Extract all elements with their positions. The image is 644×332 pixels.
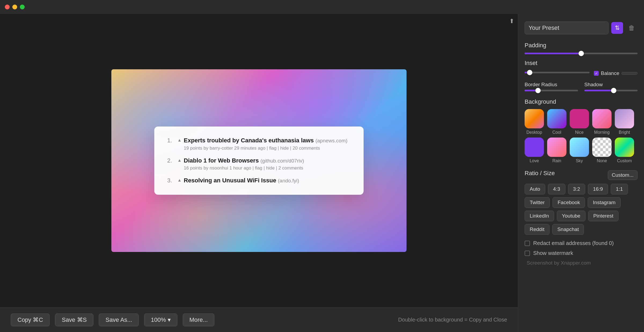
balance-checkbox[interactable]: ✓ [594, 71, 599, 76]
padding-label: Padding [525, 42, 638, 49]
swatch-sky[interactable]: Sky [570, 138, 589, 163]
swatch-love[interactable]: Love [525, 138, 544, 163]
hn-item-1: 1. ▲ Experts troubled by Canada's euthan… [167, 137, 351, 151]
ratio-pinterest[interactable]: Pinterest [588, 211, 619, 221]
zoom-button[interactable]: 100% ▾ [144, 313, 177, 326]
shadow-section: Shadow [584, 82, 638, 93]
preset-delete-button[interactable]: 🗑 [626, 22, 638, 34]
maximize-button[interactable] [20, 5, 25, 9]
ratio-reddit[interactable]: Reddit [525, 224, 550, 235]
swatch-desktop-label: Desktop [526, 130, 542, 135]
watermark-row: Show watermark [525, 250, 638, 256]
inset-slider-thumb[interactable] [527, 70, 532, 75]
save-as-button[interactable]: Save As... [99, 313, 139, 326]
border-radius-section: Border Radius [525, 82, 578, 93]
swatch-love-color [525, 138, 544, 157]
swatch-cool-color [547, 109, 566, 128]
swatches-row-2: Love Rain Sky None Custom [525, 138, 638, 163]
minimize-button[interactable] [12, 5, 17, 9]
inset-row: ✓ Balance [525, 70, 638, 76]
swatch-love-label: Love [530, 158, 539, 163]
ratio-facebook[interactable]: Facebook [552, 197, 585, 208]
ratio-instagram[interactable]: Instagram [588, 197, 620, 208]
shadow-slider[interactable] [584, 90, 638, 91]
padding-slider-thumb[interactable] [579, 51, 584, 56]
swatch-morning[interactable]: Morning [592, 109, 612, 135]
watermark-checkbox[interactable] [525, 251, 530, 256]
hn-item-number: 3. [167, 177, 175, 184]
border-radius-slider[interactable] [525, 90, 578, 91]
ratio-header: Ratio / Size Custom... [525, 170, 638, 181]
preview-container[interactable]: 1. ▲ Experts troubled by Canada's euthan… [111, 69, 407, 252]
swatch-rain-color [547, 138, 566, 157]
preset-cycle-button[interactable]: ⇅ [611, 22, 623, 34]
ratio-label: Ratio / Size [525, 170, 555, 177]
preset-row: ⇅ 🗑 [525, 21, 638, 34]
share-button[interactable]: ⬆ [509, 18, 514, 25]
swatch-desktop[interactable]: Desktop [525, 109, 544, 135]
swatch-none[interactable]: None [592, 138, 612, 163]
ratio-youtube[interactable]: Youtube [557, 211, 586, 221]
border-radius-label: Border Radius [525, 82, 578, 88]
hn-item-arrow: ▲ [177, 157, 182, 163]
chevron-down-icon: ▾ [168, 316, 171, 323]
hn-item-title: Diablo 1 for Web Browsers (github.com/d0… [184, 157, 304, 165]
cycle-icon: ⇅ [615, 24, 620, 31]
swatch-custom[interactable]: Custom [615, 138, 634, 163]
redact-checkbox[interactable] [525, 241, 530, 246]
swatch-nice-label: Nice [575, 130, 584, 135]
ratio-16-9[interactable]: 16:9 [588, 184, 608, 194]
ratio-snapchat[interactable]: Snapchat [552, 224, 584, 235]
hn-item-3: 3. ▲ Resolving an Unusual WiFi Issue (an… [167, 177, 351, 185]
ratio-custom-button[interactable]: Custom... [608, 170, 638, 180]
save-button[interactable]: Save ⌘S [55, 313, 93, 326]
hn-item-title: Resolving an Unusual WiFi Issue (ando.fy… [184, 177, 299, 185]
status-text: Double-click to background = Copy and Cl… [398, 317, 507, 323]
ratio-auto[interactable]: Auto [525, 184, 545, 194]
hn-item-title: Experts troubled by Canada's euthanasia … [184, 137, 347, 145]
hn-item-arrow: ▲ [177, 137, 182, 143]
padding-slider-track[interactable] [525, 53, 638, 54]
ratio-1-1[interactable]: 1:1 [611, 184, 628, 194]
preset-input[interactable] [525, 21, 609, 34]
hn-item-meta: 16 points by nsoonhui 1 hour ago | flag … [184, 165, 304, 171]
hn-item-content: Diablo 1 for Web Browsers (github.com/d0… [184, 157, 304, 171]
background-label: Background [525, 98, 638, 105]
swatch-nice[interactable]: Nice [570, 109, 589, 135]
inset-slider-track[interactable] [525, 72, 590, 73]
swatch-custom-color [615, 138, 634, 157]
swatch-none-label: None [597, 158, 607, 163]
border-radius-thumb[interactable] [535, 88, 541, 93]
shadow-thumb[interactable] [611, 88, 616, 93]
swatch-bright[interactable]: Bright [615, 109, 634, 135]
redact-label: Redact email addresses (found 0) [533, 240, 614, 246]
inset-slider-container [525, 72, 590, 75]
ratio-twitter[interactable]: Twitter [525, 197, 550, 208]
titlebar [0, 0, 644, 14]
canvas-wrapper: ⬆ 1. ▲ Experts troubled by Canada's euth… [0, 14, 518, 332]
zoom-label: 100% [151, 316, 166, 323]
right-sidebar: ⇅ 🗑 Padding Inset ✓ Balance [518, 14, 644, 332]
copy-button[interactable]: Copy ⌘C [11, 313, 50, 326]
hn-item-2: 2. ▲ Diablo 1 for Web Browsers (github.c… [167, 157, 351, 171]
close-button[interactable] [5, 5, 10, 9]
swatch-morning-color [592, 109, 612, 128]
swatch-morning-label: Morning [594, 130, 610, 135]
redact-row: Redact email addresses (found 0) [525, 240, 638, 246]
swatch-rain[interactable]: Rain [547, 138, 566, 163]
watermark-url: Screenshot by Xnapper.com [525, 260, 638, 266]
padding-slider-fill [525, 53, 581, 54]
balance-label: Balance [601, 70, 619, 76]
ratio-3-2[interactable]: 3:2 [568, 184, 585, 194]
canvas-inner: 1. ▲ Experts troubled by Canada's euthan… [0, 14, 518, 332]
hn-item-content: Experts troubled by Canada's euthanasia … [184, 137, 347, 151]
hn-item-number: 1. [167, 137, 175, 144]
ratio-linkedin[interactable]: LinkedIn [525, 211, 554, 221]
more-button[interactable]: More... [183, 313, 214, 326]
ratio-4-3[interactable]: 4:3 [548, 184, 565, 194]
swatch-cool[interactable]: Cool [547, 109, 566, 135]
watermark-label: Show watermark [533, 250, 573, 256]
hn-item-number: 2. [167, 157, 175, 164]
swatch-none-color [592, 138, 612, 157]
shadow-label: Shadow [584, 82, 638, 88]
